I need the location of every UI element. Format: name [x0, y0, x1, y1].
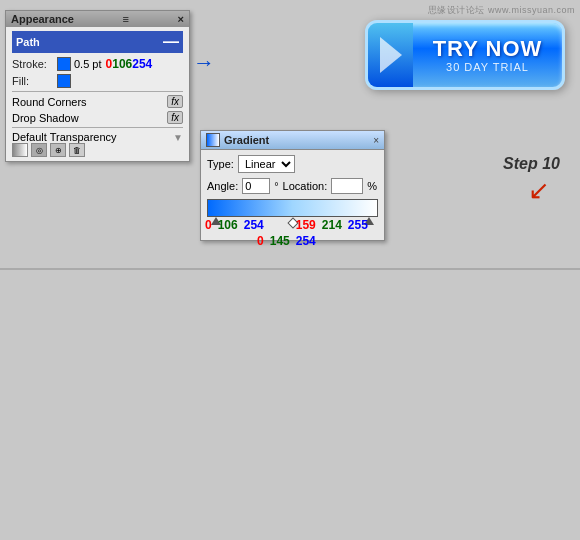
try-now-text-blue: TRY NOW 30 DAY TRIAL [413, 37, 562, 73]
stop3-r-top: 0 [257, 234, 264, 248]
section-top: 思缘设计论坛 www.missyuan.com Appearance ≡ × P… [0, 0, 580, 270]
angle-input[interactable] [242, 178, 270, 194]
watermark: 思缘设计论坛 www.missyuan.com [428, 4, 575, 17]
stop3-b-top: 254 [296, 234, 316, 248]
degree-symbol: ° [274, 180, 278, 192]
transparency-row: Default Transparency ▼ [12, 131, 183, 143]
stroke-r: 0 [106, 57, 113, 71]
stroke-label: Stroke: [12, 58, 57, 70]
appearance-body: Path — Stroke: 0.5 pt 0 106 254 Fill: Ro… [6, 27, 189, 161]
gradient-title: Gradient [224, 134, 269, 146]
chevron-blue [368, 23, 413, 87]
color-labels-row1: 0 106 254 159 214 255 0 145 254 [205, 218, 368, 248]
step-arrow: ↙ [528, 175, 550, 206]
stop3-g-top: 145 [270, 234, 290, 248]
separator1 [12, 91, 183, 92]
gradient-title-bar: Gradient × [201, 131, 384, 150]
location-input[interactable] [331, 178, 363, 194]
separator2 [12, 127, 183, 128]
transparency-menu[interactable]: ▼ [173, 132, 183, 143]
stop2-r-top: 159 [296, 218, 316, 232]
stroke-value: 0.5 pt [74, 58, 102, 70]
location-label: Location: [283, 180, 328, 192]
section-bottom: Gradient × 0 125 0 190 232 [0, 270, 580, 540]
angle-label: Angle: [207, 180, 238, 192]
gradient-close-button[interactable]: × [373, 135, 379, 146]
round-corners-label: Round Corners [12, 96, 87, 108]
stroke-row: Stroke: 0.5 pt 0 106 254 [12, 57, 183, 71]
stroke-g: 106 [112, 57, 132, 71]
gradient-icon [206, 133, 220, 147]
stop1-b-top: 254 [244, 218, 264, 232]
fill-row: Fill: [12, 74, 183, 88]
chevron-shape-blue [380, 37, 402, 73]
gradient-bar-fill [208, 200, 377, 216]
step-label: Step 10 [503, 155, 560, 173]
stroke-color-swatch[interactable] [57, 57, 71, 71]
appearance-close-button[interactable]: × [178, 13, 184, 25]
appearance-title: Appearance [11, 13, 74, 25]
path-label: Path [16, 36, 40, 48]
transparency-label: Default Transparency [12, 131, 117, 143]
path-row: Path — [12, 31, 183, 53]
stop1-g-top: 106 [218, 218, 238, 232]
try-now-main-blue: TRY NOW [433, 37, 543, 61]
stroke-b: 254 [132, 57, 152, 71]
gradient-angle-row: Angle: ° Location: % [207, 178, 378, 194]
arrow-blue: → [193, 50, 215, 76]
stop2-g-top: 214 [322, 218, 342, 232]
try-now-sub-blue: 30 DAY TRIAL [446, 61, 529, 73]
fill-label: Fill: [12, 75, 57, 87]
appearance-panel: Appearance ≡ × Path — Stroke: 0.5 pt 0 1… [5, 10, 190, 162]
appearance-title-bar: Appearance ≡ × [6, 11, 189, 27]
percent-symbol: % [367, 180, 377, 192]
t-icon-4[interactable]: 🗑 [69, 143, 85, 157]
appearance-menu-icon[interactable]: ≡ [123, 13, 129, 25]
stop1-r-top: 0 [205, 218, 212, 232]
t-icon-3[interactable]: ⊕ [50, 143, 66, 157]
round-corners-row: Round Corners fx [12, 95, 183, 108]
fill-color-swatch[interactable] [57, 74, 71, 88]
drop-shadow-label: Drop Shadow [12, 112, 79, 124]
t-icon-2[interactable]: ◎ [31, 143, 47, 157]
type-label: Type: [207, 158, 234, 170]
t-icon-1[interactable] [12, 143, 28, 157]
gradient-bar-blue [207, 199, 378, 217]
stop2-b-top: 255 [348, 218, 368, 232]
drop-shadow-fx[interactable]: fx [167, 111, 183, 124]
try-now-button-blue[interactable]: TRY NOW 30 DAY TRIAL [365, 20, 565, 90]
round-corners-fx[interactable]: fx [167, 95, 183, 108]
gradient-type-row: Type: Linear [207, 155, 378, 173]
drop-shadow-row: Drop Shadow fx [12, 111, 183, 124]
type-select[interactable]: Linear [238, 155, 295, 173]
transparency-icons: ◎ ⊕ 🗑 [12, 143, 183, 157]
